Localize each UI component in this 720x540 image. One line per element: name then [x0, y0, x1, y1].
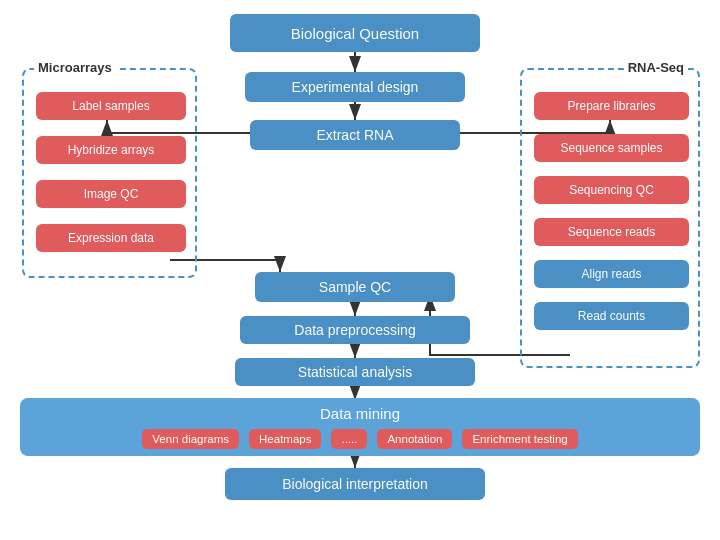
enrichment-testing-box: Enrichment testing: [462, 429, 577, 449]
prepare-libraries-box: Prepare libraries: [534, 92, 689, 120]
sequence-reads-box: Sequence reads: [534, 218, 689, 246]
sequence-samples-box: Sequence samples: [534, 134, 689, 162]
rna-seq-label: RNA-Seq: [624, 60, 688, 75]
statistical-analysis-box: Statistical analysis: [235, 358, 475, 386]
align-reads-box: Align reads: [534, 260, 689, 288]
rna-seq-container: RNA-Seq Prepare libraries Sequence sampl…: [520, 68, 700, 368]
microarrays-container: Microarrays Label samples Hybridize arra…: [22, 68, 197, 278]
extract-rna-box: Extract RNA: [250, 120, 460, 150]
diagram: Biological Question Experimental design …: [0, 0, 720, 540]
image-qc-box: Image QC: [36, 180, 186, 208]
sample-qc-box: Sample QC: [255, 272, 455, 302]
experimental-design-box: Experimental design: [245, 72, 465, 102]
hybridize-arrays-box: Hybridize arrays: [36, 136, 186, 164]
heatmaps-box: Heatmaps: [249, 429, 321, 449]
biological-question-box: Biological Question: [230, 14, 480, 52]
venn-diagrams-box: Venn diagrams: [142, 429, 239, 449]
biological-interpretation-box: Biological interpretation: [225, 468, 485, 500]
read-counts-box: Read counts: [534, 302, 689, 330]
annotation-box: Annotation: [377, 429, 452, 449]
data-mining-title: Data mining: [320, 405, 400, 422]
data-preprocessing-box: Data preprocessing: [240, 316, 470, 344]
expression-data-box: Expression data: [36, 224, 186, 252]
data-mining-panel: Data mining Venn diagrams Heatmaps .....…: [20, 398, 700, 456]
microarrays-label: Microarrays: [34, 60, 116, 75]
data-mining-items-row: Venn diagrams Heatmaps ..... Annotation …: [142, 429, 577, 449]
ellipsis-box: .....: [331, 429, 367, 449]
sequencing-qc-box: Sequencing QC: [534, 176, 689, 204]
label-samples-box: Label samples: [36, 92, 186, 120]
